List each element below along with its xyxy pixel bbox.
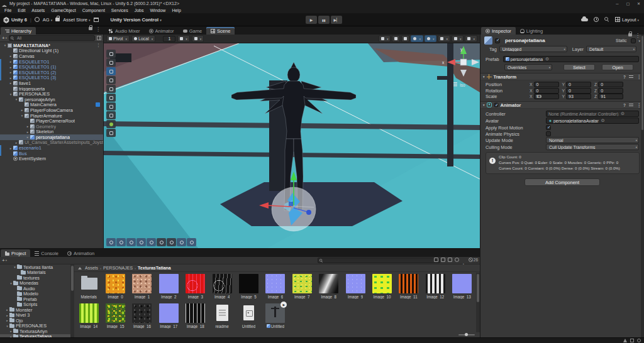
hierarchy-item-triggerpuerta[interactable]: triggerpuerta (0, 86, 103, 92)
static-dropdown-icon[interactable] (638, 39, 640, 43)
hierarchy-item-llave1[interactable]: ▸llave1 (0, 80, 103, 86)
version-control-dropdown[interactable]: Unity Version Control (111, 17, 162, 23)
menu-gameobject[interactable]: GameObject (48, 8, 79, 13)
grid-size-field[interactable]: 1 (163, 36, 175, 42)
project-folder-audio[interactable]: Audio (0, 286, 70, 291)
camera-settings-button[interactable] (438, 35, 450, 42)
gizmos-button[interactable] (452, 35, 464, 42)
expander-icon[interactable]: ▾ (9, 281, 13, 285)
hierarchy-item-personajearlyn[interactable]: ▾personajeArlyn (0, 97, 103, 102)
inspector-scrollbar[interactable] (641, 35, 644, 337)
pivot-mode-dropdown[interactable]: Pivot (106, 35, 130, 42)
asset-image-2-periwinkle[interactable]: Image_2 (155, 274, 182, 299)
hierarchy-item-bus[interactable]: Bus (0, 151, 103, 156)
menu-file[interactable]: File (1, 8, 14, 13)
breadcrumb-up-icon[interactable] (78, 267, 82, 270)
expander-icon[interactable]: ▸ (14, 141, 19, 144)
transform-component-header[interactable]: Transform (480, 73, 644, 80)
expander-icon[interactable]: ▸ (9, 329, 13, 333)
asset-readme-doc[interactable]: readme (209, 303, 235, 329)
overrides-dropdown[interactable]: Overrides (504, 64, 552, 70)
step-button[interactable] (331, 16, 342, 24)
global-search-icon[interactable] (604, 17, 609, 22)
undo-history-icon[interactable] (594, 17, 599, 22)
asset-image-7-yellowgreen[interactable]: Image_7 (289, 274, 315, 299)
asset-image-12-bw-figs[interactable]: Image_12 (422, 274, 448, 299)
move-view-button[interactable] (167, 238, 176, 246)
project-folder-textures[interactable]: textures (0, 275, 70, 281)
cloud-services-icon[interactable] (581, 18, 588, 21)
avatar-object-field[interactable]: ✦ personajetatianaAvatar (546, 117, 639, 124)
projection-label[interactable]: Iso (460, 83, 465, 87)
close-button[interactable] (633, 0, 644, 7)
scale-tool-button[interactable] (106, 85, 116, 93)
hierarchy-item-directional-light-1[interactable]: Directional Light (1) (0, 48, 103, 54)
expander-icon[interactable]: ▸ (25, 130, 30, 134)
expander-icon[interactable]: ▾ (8, 92, 13, 96)
project-folder-materials[interactable]: Materials (0, 270, 70, 276)
hierarchy-item-playerarmature[interactable]: ▾PlayerArmature (0, 113, 103, 119)
hierarchy-item-eventsystem[interactable]: EventSystem (0, 156, 103, 161)
culling-mode-dropdown[interactable]: Cull Update Transforms (546, 144, 639, 150)
project-folder-personajes[interactable]: ▾PERSONAJES (0, 324, 70, 329)
menu-assets[interactable]: Assets (28, 8, 48, 13)
scene-visibility-badge[interactable] (96, 102, 100, 107)
view-settings-button[interactable] (187, 238, 196, 246)
hierarchy-item-escenario1[interactable]: ▸escenario1 (0, 145, 103, 151)
expander-icon[interactable]: ▾ (3, 43, 8, 47)
hidden-objects-button[interactable] (411, 35, 423, 42)
project-folder-modelo[interactable]: Modelo (0, 291, 70, 297)
transform-position-y-field[interactable]: 0 (566, 82, 591, 87)
foldout-icon[interactable] (483, 75, 485, 79)
scene-viewport[interactable]: y x Iso (104, 43, 480, 248)
expander-icon[interactable]: ▸ (8, 70, 13, 74)
rotate-tool-button[interactable] (106, 76, 116, 84)
expander-icon[interactable]: ▸ (8, 54, 13, 58)
object-name[interactable]: personajetatiana (505, 38, 613, 43)
asset-image-18-dark-figs[interactable]: Image_18 (182, 303, 209, 329)
link-scale-icon[interactable] (537, 95, 541, 98)
lock-icon[interactable] (89, 27, 92, 30)
hierarchy-item-esqueleto1-1[interactable]: ▸ESQUELETO1 (1) (0, 64, 103, 70)
expander-icon[interactable]: ▸ (25, 124, 30, 128)
hierarchy-item-maincamera[interactable]: MainCamera (0, 102, 103, 108)
transform-scale-z-field[interactable]: 91 (598, 94, 623, 99)
play-button[interactable] (306, 16, 317, 24)
transform-position-z-field[interactable]: 0 (598, 82, 623, 87)
asset-image-11-orange-figs[interactable]: Image_11 (396, 274, 422, 299)
menu-services[interactable]: Services (108, 8, 131, 13)
help-icon[interactable] (623, 75, 626, 79)
asset-image-15-green-mottle[interactable]: Image_15 (102, 303, 128, 329)
asset-untitled-prefabview[interactable]: Untitled (262, 303, 289, 329)
update-mode-dropdown[interactable]: Normal (546, 137, 639, 143)
content-scrollbar[interactable] (476, 273, 480, 332)
expander-icon[interactable]: ▾ (14, 97, 19, 101)
expander-icon[interactable]: ▾ (5, 324, 9, 328)
item-menu-icon[interactable] (96, 43, 101, 48)
prefab-object-field[interactable]: personajetatiana (503, 56, 640, 62)
asset-image-4-dark-art[interactable]: Image_4 (209, 274, 235, 299)
asset-image-13-periwinkle[interactable]: Image_13 (448, 274, 475, 299)
rect-tool-button[interactable] (106, 94, 116, 102)
zoom-tool-button[interactable] (126, 238, 136, 246)
hierarchy-item-esqueleto1[interactable]: ▸ESQUELETO1 (0, 59, 103, 65)
asset-image-6-periwinkle-noise[interactable]: Image_6 (262, 274, 289, 299)
effects-toggle-button[interactable] (401, 35, 409, 42)
account-dropdown[interactable]: AG (43, 17, 52, 23)
expander-icon[interactable]: ▸ (5, 308, 9, 312)
package-info-icon[interactable] (455, 258, 459, 262)
search-saved-icon[interactable] (448, 258, 452, 262)
camera-preview-button[interactable] (177, 238, 186, 246)
audio-mute-button[interactable] (392, 35, 400, 42)
open-button[interactable]: Open (602, 64, 633, 70)
package-manager-icon[interactable] (94, 18, 99, 22)
hierarchy-item-skeleton[interactable]: ▸Skeleton (0, 129, 103, 135)
play-badge-icon[interactable] (280, 302, 287, 308)
create-asset-button[interactable] (2, 258, 7, 263)
hierarchy-item-playerfollowcamera[interactable]: ▸PlayerFollowCamera (0, 107, 103, 113)
maximize-button[interactable] (623, 0, 633, 7)
move-tool-button[interactable] (106, 67, 116, 75)
tab-hierarchy[interactable]: Hierarchy (1, 27, 36, 35)
project-folder-scripts[interactable]: Scripts (0, 302, 70, 308)
asset-image-1-skin[interactable]: Image_1 (129, 274, 155, 299)
